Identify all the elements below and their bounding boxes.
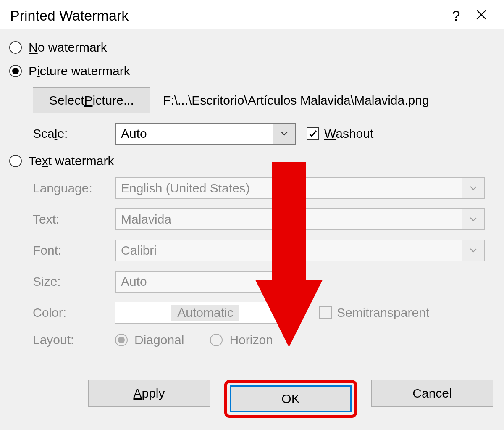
cancel-button[interactable]: Cancel: [371, 380, 493, 407]
color-value: Automatic: [171, 305, 239, 321]
apply-button[interactable]: Apply: [88, 380, 210, 407]
scale-value: Auto: [121, 127, 147, 141]
size-value: Auto: [121, 274, 147, 289]
check-icon: [308, 129, 318, 138]
color-label: Color:: [33, 306, 104, 320]
ok-annotation-highlight: OK: [224, 380, 357, 418]
picture-watermark-label: Picture watermark: [29, 64, 130, 78]
chevron-down-icon: [281, 131, 288, 136]
font-value: Calibri: [121, 243, 157, 258]
language-dropdown-arrow: [462, 178, 484, 198]
picture-watermark-row: Picture watermark: [9, 64, 495, 78]
washout-checkbox[interactable]: [307, 127, 319, 140]
semitransparent-checkbox: [319, 306, 332, 319]
text-combo: Malavida: [115, 208, 485, 230]
button-bar: Apply OK Cancel: [88, 380, 493, 418]
no-watermark-row: No watermark: [9, 40, 495, 55]
help-button[interactable]: ?: [444, 8, 469, 24]
select-picture-button[interactable]: Select Picture...: [33, 87, 150, 113]
chevron-down-icon: [470, 217, 477, 222]
layout-radios: Diagonal Horizon: [115, 333, 273, 347]
picture-path: F:\...\Escritorio\Artículos Malavida\Mal…: [163, 93, 429, 108]
picture-section: Select Picture... F:\...\Escritorio\Artí…: [33, 87, 495, 145]
font-label: Font:: [33, 243, 104, 258]
font-dropdown-arrow: [462, 240, 484, 261]
washout-label: Washout: [324, 127, 373, 141]
horizontal-radio: [210, 334, 223, 346]
diagonal-label: Diagonal: [134, 333, 184, 347]
picture-watermark-radio[interactable]: [9, 65, 22, 77]
font-combo: Calibri: [115, 240, 485, 261]
chevron-down-icon: [470, 186, 477, 191]
scale-label: Scale:: [33, 127, 104, 141]
close-icon: [475, 9, 487, 21]
text-watermark-radio[interactable]: [9, 155, 22, 167]
dialog-body: No watermark Picture watermark Select Pi…: [0, 29, 504, 430]
no-watermark-label: No watermark: [29, 40, 107, 55]
text-label: Text:: [33, 212, 104, 227]
diagonal-radio: [115, 334, 128, 346]
title-bar: Printed Watermark ?: [0, 0, 504, 29]
layout-label: Layout:: [33, 333, 104, 347]
text-dropdown-arrow: [462, 209, 484, 229]
chevron-down-icon: [470, 248, 477, 253]
ok-button[interactable]: OK: [230, 385, 352, 412]
text-watermark-row: Text watermark: [9, 154, 495, 168]
text-watermark-label: Text watermark: [29, 154, 114, 168]
text-value: Malavida: [121, 212, 171, 227]
dialog-title: Printed Watermark: [10, 8, 444, 24]
size-label: Size:: [33, 274, 104, 289]
semitransparent-row: Semitransparent: [319, 306, 429, 320]
horizontal-label: Horizon: [229, 333, 273, 347]
size-combo: Auto: [115, 271, 296, 293]
language-label: Language:: [33, 181, 104, 195]
scale-combo[interactable]: Auto: [115, 123, 296, 145]
language-combo: English (United States): [115, 177, 485, 199]
text-section: Language: English (United States) Text: …: [33, 177, 495, 347]
color-combo: Automatic: [115, 302, 296, 324]
scale-dropdown-arrow[interactable]: [273, 124, 295, 144]
language-value: English (United States): [121, 181, 250, 195]
washout-checkbox-row[interactable]: Washout: [307, 127, 373, 141]
close-button[interactable]: [469, 8, 494, 24]
no-watermark-radio[interactable]: [9, 41, 22, 54]
semitransparent-label: Semitransparent: [337, 306, 429, 320]
